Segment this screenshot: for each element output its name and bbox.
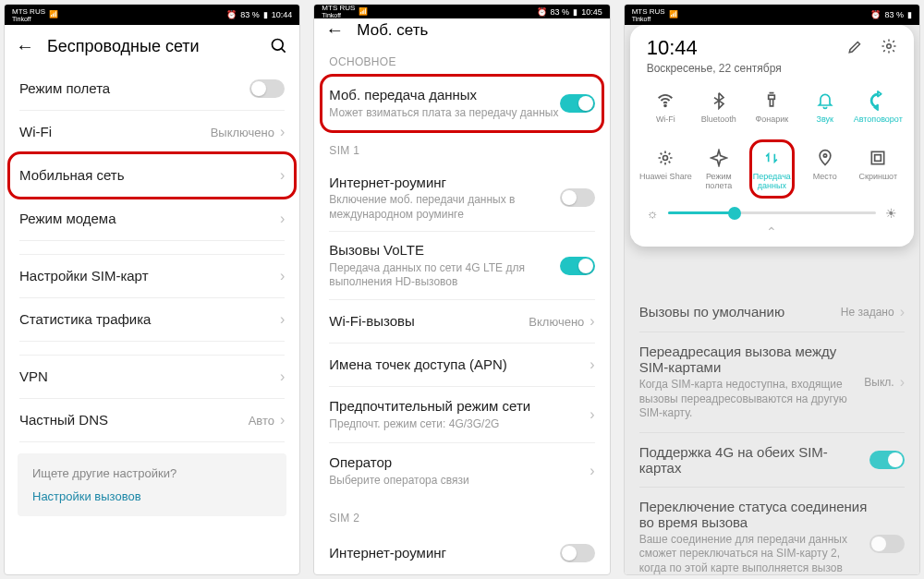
list-item[interactable]: VPN› (5, 356, 299, 398)
list-item[interactable]: Статистика трафика› (5, 298, 299, 341)
row-sub: Предпочт. режим сети: 4G/3G/2G (329, 417, 590, 432)
chevron-right-icon: › (280, 167, 285, 184)
brightness-slider[interactable] (668, 211, 876, 214)
list-item[interactable]: Мобильная сеть› (5, 154, 299, 197)
row-sub: Выберите оператора связи (329, 474, 590, 489)
qs-tile-airplane[interactable]: Режим полета (692, 141, 745, 199)
panel-handle-icon[interactable]: ⌃ (639, 223, 905, 241)
svg-rect-7 (872, 151, 884, 163)
brightness-high-icon: ☀ (885, 206, 897, 221)
chevron-right-icon: › (280, 268, 285, 284)
screenshot-icon (852, 147, 905, 169)
edit-icon[interactable] (847, 38, 864, 54)
row-mobile-data[interactable]: Моб. передача данных Может взиматься пла… (314, 76, 609, 131)
row-value: Авто (249, 414, 274, 428)
list-item[interactable]: Имена точек доступа (APN)› (314, 344, 609, 386)
row-title: Wi-Fi (19, 123, 211, 141)
svg-point-6 (823, 154, 826, 157)
row-sub: Когда SIM-карта недоступна, входящие выз… (639, 378, 865, 421)
row-value: Не задано (841, 306, 894, 319)
back-icon[interactable]: ← (325, 19, 344, 41)
rotate-icon (852, 90, 905, 112)
row-sub: Ваше соединение для передачи данных смож… (639, 533, 869, 575)
section-header-sim1: SIM 1 (314, 131, 609, 164)
qs-tiles: Wi-FiBluetoothФонарикЗвукАвтоповоротHuaw… (639, 84, 905, 199)
row-title: Оператор (329, 453, 590, 472)
list-item[interactable]: Предпочтительный режим сетиПредпочт. реж… (314, 387, 609, 442)
page-title: Моб. сеть (357, 21, 598, 40)
row-title: Интернет-роуминг (329, 174, 559, 192)
row-sub: Включение моб. передачи данных в междуна… (329, 193, 559, 222)
section-header-sim2: SIM 2 (314, 499, 609, 532)
airplane-icon (692, 147, 745, 169)
carrier-sub: Tinkoff (322, 12, 355, 18)
row-title: Вызовы по умолчанию (639, 304, 841, 320)
qs-tile-bell[interactable]: Звук (798, 84, 851, 139)
section-header-main: ОСНОВНОЕ (314, 42, 609, 76)
battery-label: 83 % (240, 10, 260, 19)
location-icon (798, 147, 851, 169)
chevron-right-icon: › (280, 311, 285, 328)
carrier-sub: Tinkoff (12, 16, 45, 22)
background-row: Поддержка 4G на обеих SIM-картах (625, 433, 919, 487)
list-item[interactable]: Интернет-роуминг (314, 532, 609, 574)
back-icon[interactable]: ← (16, 36, 34, 57)
tile-label: Режим полета (692, 173, 745, 191)
svg-rect-4 (769, 95, 775, 99)
qs-tile-data[interactable]: Передача данных (746, 141, 798, 199)
row-title: VPN (19, 368, 280, 386)
title-bar: ← Беспроводные сети (5, 25, 299, 67)
row-title: Имена точек доступа (APN) (329, 356, 590, 374)
toggle (869, 451, 905, 469)
toggle[interactable] (249, 79, 285, 98)
row-sub: Передача данных по сети 4G LTE для выпол… (329, 261, 559, 290)
toggle[interactable] (560, 188, 595, 207)
carrier-sub: Tinkoff (632, 16, 665, 22)
row-value: Включено (529, 315, 584, 329)
status-bar: MTS RUS Tinkoff 📶 ⏰ 83 % ▮ (625, 5, 919, 25)
list-item[interactable]: Режим модема› (5, 198, 299, 240)
toggle-mobile-data[interactable] (560, 94, 595, 113)
list-item[interactable]: Настройки SIM-карт› (5, 255, 299, 297)
chevron-right-icon: › (280, 211, 285, 227)
phone-quick-settings: MTS RUS Tinkoff 📶 ⏰ 83 % ▮ Вызовы по умо… (624, 4, 920, 575)
qs-tile-share[interactable]: Huawei Share (639, 141, 692, 197)
status-bar: MTS RUS Tinkoff 📶 ⏰ 83 % ▮ 10:44 (5, 5, 299, 25)
quick-settings-panel[interactable]: 10:44 Воскресенье, 22 сентября Wi-FiBlue… (630, 25, 914, 247)
row-title: Поддержка 4G на обеих SIM-картах (639, 444, 869, 476)
sim1-list: Интернет-роумингВключение моб. передачи … (314, 164, 609, 499)
row-title: Режим модема (19, 210, 280, 228)
search-icon[interactable] (270, 37, 288, 55)
list-item[interactable]: Вызовы VoLTEПередача данных по сети 4G L… (314, 232, 609, 299)
svg-rect-8 (875, 155, 881, 162)
qs-tile-flashlight[interactable]: Фонарик (746, 84, 798, 139)
qs-tile-location[interactable]: Место (798, 141, 851, 197)
bluetooth-icon (692, 90, 745, 112)
list-item[interactable]: Wi-Fi-вызовыВключено› (314, 300, 609, 343)
background-row: Переключение статуса соединения во время… (625, 488, 919, 575)
toggle[interactable] (560, 257, 595, 275)
qs-tile-bluetooth[interactable]: Bluetooth (692, 84, 745, 139)
footer-question: Ищете другие настройки? (32, 466, 272, 480)
battery-icon: ▮ (263, 10, 268, 19)
tile-label: Автоповорот (852, 115, 905, 132)
qs-tile-wifi[interactable]: Wi-Fi (639, 84, 692, 139)
list-item[interactable]: ОператорВыберите оператора связи› (314, 443, 609, 499)
list-item[interactable]: Интернет-роумингВключение моб. передачи … (314, 164, 609, 232)
chevron-right-icon: › (590, 356, 594, 373)
toggle[interactable] (560, 544, 595, 562)
phone-wireless: MTS RUS Tinkoff 📶 ⏰ 83 % ▮ 10:44 ← Беспр… (4, 4, 300, 575)
gear-icon[interactable] (881, 38, 897, 54)
chevron-right-icon: › (900, 374, 905, 391)
signal-icon: 📶 (49, 11, 58, 18)
background-row: Вызовы по умолчаниюНе задано› (625, 293, 919, 332)
chevron-right-icon: › (280, 412, 285, 428)
list-item[interactable]: Частный DNSАвто› (5, 399, 299, 441)
list-item[interactable]: Wi-FiВыключено› (5, 111, 299, 153)
qs-tile-rotate[interactable]: Автоповорот (852, 84, 905, 139)
row-value: Выкл. (864, 376, 894, 389)
qs-tile-screenshot[interactable]: Скриншот (852, 141, 905, 197)
footer-link[interactable]: Настройки вызовов (32, 489, 272, 503)
phone-mobile-network: MTS RUS Tinkoff 📶 ⏰ 83 % ▮ 10:45 ← Моб. … (313, 4, 610, 575)
list-item[interactable]: Режим полета (5, 67, 299, 110)
